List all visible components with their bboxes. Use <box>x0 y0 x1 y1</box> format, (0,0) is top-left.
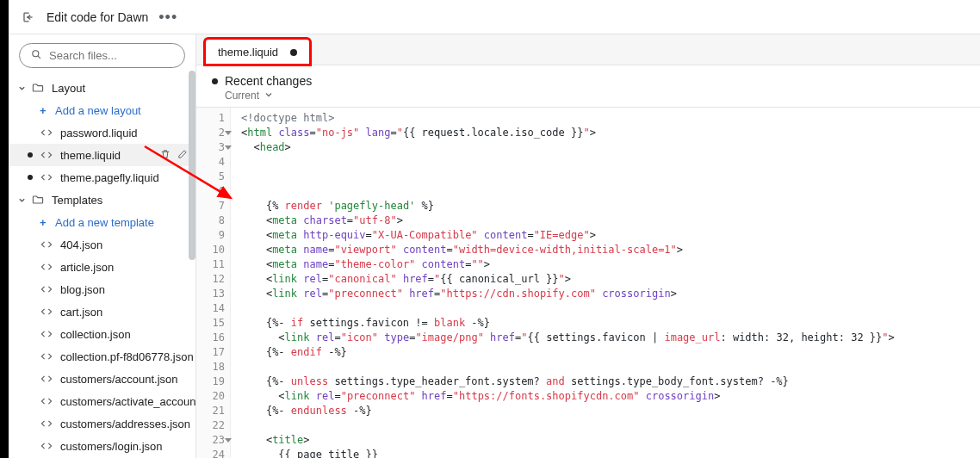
rename-icon[interactable] <box>177 148 189 163</box>
code-line[interactable]: {%- endunless -%} <box>241 404 980 418</box>
file-item[interactable]: article.json <box>9 256 195 278</box>
file-label: 404.json <box>60 238 102 251</box>
file-item[interactable]: customers/addresses.json <box>9 412 195 435</box>
scrollbar-thumb[interactable] <box>189 71 195 260</box>
tab-bar: theme.liquid <box>196 34 980 65</box>
line-number: 18 <box>196 360 225 374</box>
file-label: article.json <box>60 261 114 274</box>
code-line[interactable]: <meta charset="utf-8"> <box>241 214 980 228</box>
file-item[interactable]: password.liquid <box>9 121 195 144</box>
file-item[interactable]: cart.json <box>9 300 195 323</box>
folder-layout[interactable]: Layout <box>9 77 195 99</box>
line-number: 8 <box>196 214 225 228</box>
file-tree: Layout+Add a new layoutpassword.liquidth… <box>9 77 195 458</box>
code-line[interactable]: <link rel="preconnect" href="https://fon… <box>241 389 980 404</box>
code-line[interactable]: <meta http-equiv="X-UA-Compatible" conte… <box>241 228 980 243</box>
line-number: 16 <box>196 331 225 345</box>
file-item[interactable]: customers/login.json <box>9 435 195 457</box>
folder-icon <box>31 193 45 207</box>
file-label: customers/login.json <box>60 440 163 453</box>
code-file-icon <box>40 238 53 251</box>
code-line[interactable]: {%- if settings.favicon != blank -%} <box>241 316 980 331</box>
folder-templates[interactable]: Templates <box>9 189 195 211</box>
code-file-icon <box>40 282 53 296</box>
file-label: customers/account.json <box>60 373 178 386</box>
sidebar: Layout+Add a new layoutpassword.liquidth… <box>9 34 196 458</box>
line-number: 14 <box>196 301 225 316</box>
search-input[interactable] <box>49 49 194 62</box>
line-number: 19 <box>196 374 225 389</box>
code-line[interactable] <box>241 170 980 184</box>
code-line[interactable]: <title> <box>241 433 980 448</box>
code-line[interactable]: <meta name="theme-color" content=""> <box>241 257 980 272</box>
line-number: 5 <box>196 170 225 184</box>
code-line[interactable] <box>241 155 980 170</box>
code-editor[interactable]: 1234567891011121314151617181920212223242… <box>196 108 980 458</box>
version-selector[interactable]: Current <box>212 90 964 102</box>
recent-changes-title: Recent changes <box>225 74 312 88</box>
editor-pane: theme.liquid Recent changes Current 1234… <box>196 34 980 458</box>
file-item[interactable]: collection.pf-f8d06778.json <box>9 345 195 368</box>
code-line[interactable]: <link rel="icon" type="image/png" href="… <box>241 331 980 345</box>
code-line[interactable] <box>241 418 980 433</box>
add-layout[interactable]: +Add a new layout <box>9 99 195 121</box>
code-line[interactable]: <meta name="viewport" content="width=dev… <box>241 243 980 257</box>
code-line[interactable] <box>241 184 980 199</box>
code-file-icon <box>40 126 53 139</box>
code-content[interactable]: <!doctype html><html class="no-js" lang=… <box>231 108 980 458</box>
line-number: 7 <box>196 199 225 214</box>
chevron-down-icon <box>264 90 273 102</box>
file-label: password.liquid <box>60 127 138 139</box>
add-label: Add a new template <box>55 216 154 229</box>
delete-icon[interactable] <box>159 148 171 163</box>
code-line[interactable] <box>241 301 980 316</box>
code-line[interactable]: <html class="no-js" lang="{{ request.loc… <box>241 126 980 140</box>
plus-icon: + <box>40 216 47 229</box>
code-file-icon <box>40 170 53 184</box>
file-label: cart.json <box>60 306 102 319</box>
code-line[interactable]: {% render 'pagefly-head' %} <box>241 199 980 214</box>
page-title: Edit code for Dawn <box>47 10 148 24</box>
recent-changes-bar: Recent changes Current <box>196 65 980 108</box>
file-item[interactable]: theme.liquid <box>9 144 195 166</box>
exit-icon[interactable] <box>19 9 36 26</box>
folder-label: Templates <box>52 194 102 207</box>
file-item[interactable]: customers/account.json <box>9 368 195 390</box>
tab-label: theme.liquid <box>218 46 278 59</box>
line-number: 6 <box>196 184 225 199</box>
svg-point-0 <box>33 51 39 57</box>
file-item[interactable]: collection.json <box>9 323 195 345</box>
search-input-wrap[interactable] <box>19 43 185 68</box>
file-item[interactable]: customers/activate_account.json <box>9 390 195 412</box>
code-line[interactable]: {%- endif -%} <box>241 345 980 360</box>
code-line[interactable]: {{ page_title }} <box>241 448 980 458</box>
line-number: 21 <box>196 404 225 418</box>
folder-icon <box>31 81 45 95</box>
tab-theme-liquid[interactable]: theme.liquid <box>205 39 310 65</box>
file-label: theme.pagefly.liquid <box>60 171 159 184</box>
plus-icon: + <box>40 104 47 117</box>
file-item[interactable]: blog.json <box>9 278 195 300</box>
add-label: Add a new layout <box>55 104 141 117</box>
file-item[interactable]: theme.pagefly.liquid <box>9 166 195 189</box>
code-file-icon <box>40 148 53 162</box>
chevron-down-icon <box>17 195 26 204</box>
code-line[interactable] <box>241 360 980 374</box>
code-line[interactable]: <!doctype html> <box>241 111 980 126</box>
code-line[interactable]: <link rel="canonical" href="{{ canonical… <box>241 272 980 287</box>
line-number: 12 <box>196 272 225 287</box>
line-number: 17 <box>196 345 225 360</box>
line-number: 4 <box>196 155 225 170</box>
line-gutter: 1234567891011121314151617181920212223242… <box>196 108 231 458</box>
file-label: customers/addresses.json <box>60 418 190 430</box>
search-icon <box>30 48 42 63</box>
code-file-icon <box>40 260 53 274</box>
more-actions-icon[interactable]: ••• <box>158 9 177 25</box>
code-file-icon <box>40 372 53 386</box>
file-item[interactable]: 404.json <box>9 233 195 256</box>
add-templates[interactable]: +Add a new template <box>9 211 195 233</box>
code-line[interactable]: {%- unless settings.type_header_font.sys… <box>241 374 980 389</box>
version-label: Current <box>225 90 259 102</box>
code-line[interactable]: <link rel="preconnect" href="https://cdn… <box>241 287 980 301</box>
code-line[interactable]: <head> <box>241 140 980 155</box>
